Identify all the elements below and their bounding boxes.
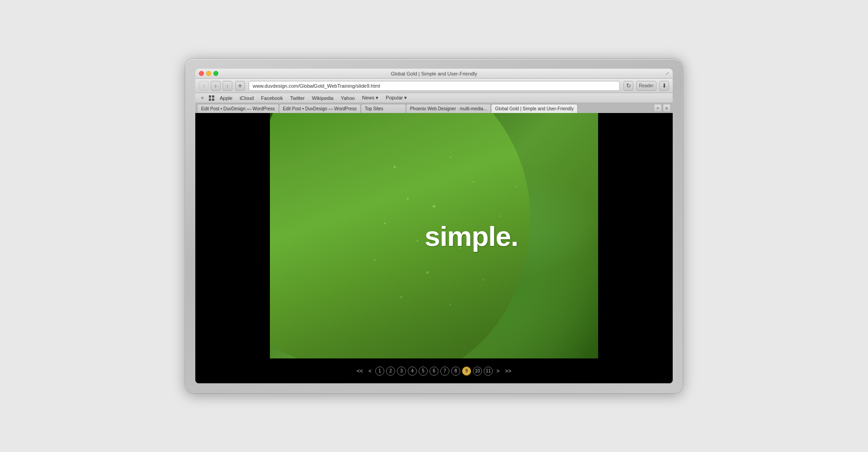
tab-list-button[interactable]: ≡ xyxy=(663,104,671,112)
slide-text: simple. xyxy=(425,220,518,252)
page-5-button[interactable]: 5 xyxy=(419,367,428,376)
reader-label: Reader xyxy=(639,83,654,88)
svg-rect-2 xyxy=(209,99,211,101)
forward-icon: › xyxy=(215,83,217,89)
resize-icon: ⤢ xyxy=(665,71,669,76)
bookmark-news[interactable]: News ▾ xyxy=(359,95,382,101)
forward-button[interactable]: › xyxy=(211,81,221,91)
page-11-button[interactable]: 11 xyxy=(484,367,493,376)
reader-button[interactable]: Reader xyxy=(636,81,656,91)
maximize-button[interactable] xyxy=(213,71,218,76)
bookmarks-bar: ≡ Apple iCloud Facebook Twitter Wikipedi… xyxy=(195,93,673,103)
bookmark-twitter[interactable]: Twitter xyxy=(287,95,308,101)
add-tab-button[interactable]: + xyxy=(235,81,245,91)
url-text: www.duvdesign.com/GlobalGold_WebTraining… xyxy=(253,83,380,89)
bookmark-wikipedia[interactable]: Wikipedia xyxy=(308,95,337,101)
svg-rect-1 xyxy=(212,95,214,98)
bookmark-apple[interactable]: Apple xyxy=(216,95,236,101)
bookmark-popular[interactable]: Popular ▾ xyxy=(382,95,410,101)
refresh-button[interactable]: ↻ xyxy=(623,81,633,91)
share-icon: ↑ xyxy=(226,83,229,89)
download-button[interactable]: ⬇ xyxy=(659,81,669,91)
first-page-button[interactable]: << xyxy=(355,367,365,375)
plus-icon: + xyxy=(238,82,242,90)
close-button[interactable] xyxy=(199,71,204,76)
traffic-lights xyxy=(199,71,218,76)
page-1-button[interactable]: 1 xyxy=(375,367,384,376)
pagination-area: << < 1 2 3 4 5 6 7 8 9 10 11 > >> xyxy=(195,358,673,383)
tab-2-label: Edit Post • DuvDesign — WordPress xyxy=(283,106,357,111)
last-page-button[interactable]: >> xyxy=(503,367,513,375)
tab-3[interactable]: Top Sites xyxy=(361,104,406,113)
monitor: Global Gold | Simple and User-Friendly ⤢… xyxy=(185,59,683,393)
back-icon: ‹ xyxy=(203,83,205,89)
refresh-icon: ↻ xyxy=(626,82,631,89)
page-6-button[interactable]: 6 xyxy=(429,367,439,376)
tab-1-label: Edit Post • DuvDesign — WordPress xyxy=(201,106,275,111)
tab-prev-button[interactable]: + xyxy=(654,104,662,112)
minimize-button[interactable] xyxy=(206,71,211,76)
tab-1[interactable]: Edit Post • DuvDesign — WordPress xyxy=(197,104,279,113)
sidebar-toggle-icon[interactable]: ≡ xyxy=(198,94,207,102)
toolbar: ‹ › ↑ + www.duvdesign.com/GlobalGold_Web… xyxy=(195,79,673,93)
url-bar[interactable]: www.duvdesign.com/GlobalGold_WebTraining… xyxy=(249,81,620,91)
bookmark-yahoo[interactable]: Yahoo xyxy=(337,95,359,101)
next-page-button[interactable]: > xyxy=(495,367,501,375)
window-title: Global Gold | Simple and User-Friendly xyxy=(391,71,477,76)
back-button[interactable]: ‹ xyxy=(199,81,209,91)
tab-3-label: Top Sites xyxy=(365,106,402,111)
share-button[interactable]: ↑ xyxy=(222,81,232,91)
content-area: simple. << < 1 2 3 4 5 6 7 8 9 10 11 > > xyxy=(195,113,673,383)
black-side-left xyxy=(195,113,270,358)
slide-container: simple. xyxy=(195,113,673,358)
bookmark-icloud[interactable]: iCloud xyxy=(236,95,257,101)
browser-window: Global Gold | Simple and User-Friendly ⤢… xyxy=(195,69,673,383)
tab-2[interactable]: Edit Post • DuvDesign — WordPress xyxy=(279,104,361,113)
page-7-button[interactable]: 7 xyxy=(440,367,449,376)
svg-rect-3 xyxy=(212,99,214,101)
page-9-button[interactable]: 9 xyxy=(462,367,471,376)
bookmark-facebook[interactable]: Facebook xyxy=(257,95,286,101)
download-icon: ⬇ xyxy=(662,82,667,89)
slide-image: simple. xyxy=(270,113,598,358)
prev-page-button[interactable]: < xyxy=(367,367,373,375)
grid-view-icon[interactable] xyxy=(207,94,216,102)
tab-5-label: Global Gold | Simple and User-Friendly xyxy=(495,106,574,111)
page-10-button[interactable]: 10 xyxy=(473,367,482,376)
page-8-button[interactable]: 8 xyxy=(451,367,460,376)
tabs-bar: Edit Post • DuvDesign — WordPress Edit P… xyxy=(195,103,673,113)
tabs-right-controls: + ≡ xyxy=(654,104,671,112)
black-side-right xyxy=(598,113,673,358)
page-2-button[interactable]: 2 xyxy=(386,367,395,376)
tab-5-active[interactable]: Global Gold | Simple and User-Friendly xyxy=(491,104,578,113)
window-controls-right: ⤢ xyxy=(665,71,669,76)
page-3-button[interactable]: 3 xyxy=(397,367,406,376)
page-4-button[interactable]: 4 xyxy=(408,367,417,376)
title-bar: Global Gold | Simple and User-Friendly ⤢ xyxy=(195,69,673,79)
tab-4-label: Phoenix Web Designer · multi-media... xyxy=(410,106,487,111)
svg-rect-0 xyxy=(209,95,211,98)
tab-4[interactable]: Phoenix Web Designer · multi-media... xyxy=(406,104,491,113)
